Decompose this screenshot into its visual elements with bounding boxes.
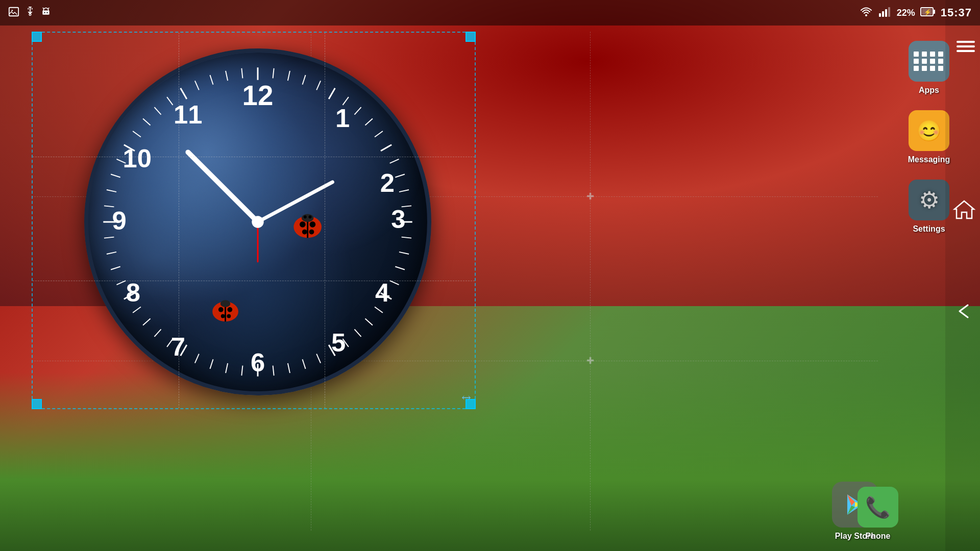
back-icon: [952, 301, 976, 321]
svg-point-10: [865, 14, 867, 16]
corner-handle-tr[interactable]: [465, 32, 476, 42]
signal-icon: [878, 6, 892, 20]
hamburger-button[interactable]: [957, 41, 975, 52]
phone-icon[interactable]: 📞: [857, 487, 898, 528]
home-button[interactable]: [952, 199, 976, 221]
grid-line-h1: [33, 157, 475, 157]
ham-line-1: [957, 41, 975, 43]
settings-icon-wrapper[interactable]: ⚙ Settings: [909, 180, 949, 234]
status-time: 15:37: [941, 6, 972, 19]
widget-selection-frame: ⤢: [32, 32, 476, 409]
image-icon: [8, 6, 19, 20]
android-icon: [41, 6, 51, 20]
status-right-icons: 22% ⚡ 15:37: [859, 6, 972, 20]
battery-percentage: 22%: [897, 8, 915, 18]
svg-rect-3: [42, 10, 49, 14]
settings-icon[interactable]: ⚙: [909, 180, 949, 220]
apps-icon-wrapper[interactable]: Apps: [909, 41, 949, 95]
svg-text:⚡: ⚡: [924, 8, 932, 16]
svg-point-5: [46, 12, 48, 13]
status-left-icons: [8, 6, 51, 20]
settings-label: Settings: [913, 224, 945, 234]
status-bar: 22% ⚡ 15:37: [0, 0, 980, 26]
nav-buttons-panel: [945, 0, 980, 551]
usb-icon: [26, 6, 35, 20]
svg-point-2: [29, 13, 31, 15]
wifi-icon: [859, 6, 873, 20]
battery-icon: ⚡: [920, 6, 936, 20]
back-button[interactable]: [952, 301, 976, 323]
svg-rect-16: [933, 10, 935, 14]
phone-icon-wrapper[interactable]: 📞 Phone: [857, 487, 898, 541]
svg-point-1: [11, 10, 13, 11]
ham-line-2: [957, 45, 975, 47]
corner-handle-bl[interactable]: [32, 399, 42, 409]
grid-line-v2: [325, 33, 325, 408]
ham-line-3: [957, 50, 975, 52]
svg-point-8: [42, 7, 43, 8]
messaging-label: Messaging: [908, 155, 950, 164]
home-icon: [952, 199, 976, 219]
svg-rect-13: [885, 9, 887, 17]
svg-point-9: [48, 7, 50, 8]
svg-point-4: [44, 12, 45, 13]
apps-icon[interactable]: [909, 41, 949, 82]
grid-line-v1: [179, 33, 179, 408]
settings-gear: ⚙: [919, 186, 940, 214]
apps-label: Apps: [919, 86, 939, 95]
svg-rect-0: [9, 7, 18, 16]
grid-line-h2: [33, 281, 475, 281]
phone-emoji: 📞: [865, 495, 891, 519]
svg-rect-12: [882, 11, 884, 17]
apps-grid-dots: [914, 52, 944, 71]
messaging-emoji: 😊: [916, 119, 942, 143]
messaging-icon[interactable]: 😊: [909, 110, 949, 151]
svg-rect-11: [879, 13, 881, 17]
phone-label: Phone: [866, 532, 891, 541]
svg-rect-14: [888, 7, 890, 17]
messaging-icon-wrapper[interactable]: 😊 Messaging: [908, 110, 950, 164]
corner-handle-tl[interactable]: [32, 32, 42, 42]
